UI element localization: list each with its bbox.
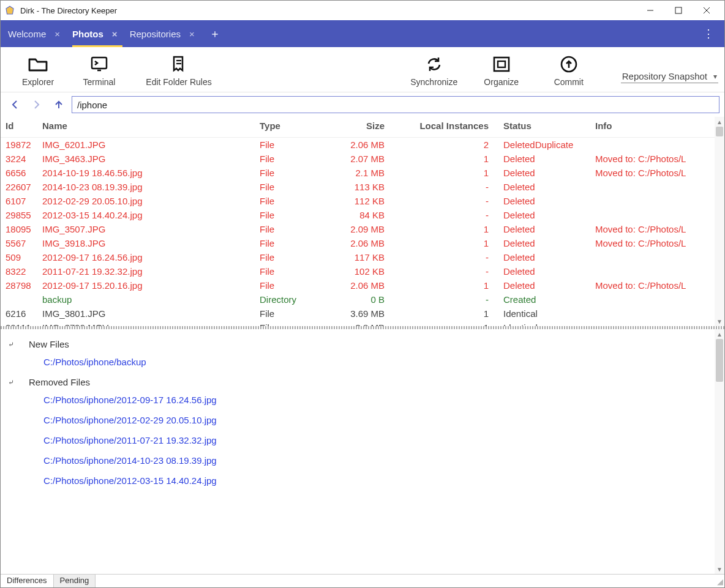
edit-rules-button[interactable]: Edit Folder Rules	[133, 54, 225, 87]
path-link[interactable]: C:/Photos/iphone/backup	[43, 357, 717, 367]
cell: -	[389, 180, 494, 194]
col-status[interactable]: Status	[494, 117, 585, 138]
cell	[585, 208, 724, 222]
add-tab-button[interactable]: ＋	[206, 26, 224, 41]
tab-welcome[interactable]: Welcome ×	[4, 20, 69, 47]
path-link[interactable]: C:/Photos/iphone/2011-07-21 19.32.32.jpg	[43, 435, 717, 445]
commit-button[interactable]: Commit	[535, 54, 603, 87]
path-link[interactable]: C:/Photos/iphone/2012-02-29 20.05.10.jpg	[43, 415, 717, 425]
synchronize-button[interactable]: Synchronize	[400, 54, 468, 87]
overflow-menu-button[interactable]: ⋮	[696, 27, 721, 40]
cell: File	[255, 138, 310, 152]
path-input[interactable]	[72, 96, 719, 113]
nav-up-button[interactable]	[50, 96, 68, 113]
cell: File	[255, 180, 310, 194]
table-row[interactable]: 19872IMG_6201.JPGFile2.06 MB2DeletedDupl…	[1, 138, 724, 152]
table-row[interactable]: 3224IMG_3463.JPGFile2.07 MB1DeletedMoved…	[1, 152, 724, 166]
path-link[interactable]: C:/Photos/iphone/2014-10-23 08.19.39.jpg	[43, 455, 717, 466]
window-controls	[636, 1, 721, 20]
scroll-thumb[interactable]	[716, 127, 723, 136]
cell: 509	[1, 250, 37, 264]
cell: File	[255, 278, 310, 292]
col-info[interactable]: Info	[585, 117, 724, 138]
cell: File	[255, 321, 310, 326]
cell: File	[255, 236, 310, 250]
svg-rect-4	[92, 58, 107, 69]
section-header[interactable]: ⤶New Files	[8, 339, 717, 349]
cell: Deleted	[494, 264, 585, 278]
collapse-icon: ⤶	[8, 340, 14, 349]
scroll-up-icon[interactable]: ▲	[715, 329, 724, 339]
col-type[interactable]: Type	[255, 117, 310, 138]
path-link[interactable]: C:/Photos/iphone/2012-03-15 14.40.24.jpg	[43, 475, 717, 486]
close-icon[interactable]: ×	[189, 29, 195, 39]
footer-tab-differences[interactable]: Differences	[1, 575, 54, 587]
cell	[585, 250, 724, 264]
cell: 117 KB	[310, 250, 389, 264]
cell: IMG_3463.JPG	[37, 152, 255, 166]
close-icon[interactable]: ×	[112, 29, 118, 39]
table-row[interactable]: 66562014-10-19 18.46.56.jpgFile2.1 MB1De…	[1, 166, 724, 180]
cell	[1, 292, 37, 307]
footer-tab-pending[interactable]: Pending	[54, 575, 96, 587]
terminal-button[interactable]: Terminal	[66, 54, 133, 87]
resize-grip-icon[interactable]: ◢	[713, 575, 724, 587]
cell: Moved to: C:/Photos/L	[585, 152, 724, 166]
explorer-button[interactable]: Explorer	[10, 54, 66, 87]
cell: 29855	[1, 208, 37, 222]
svg-rect-9	[498, 61, 505, 67]
table-row[interactable]: 5092012-09-17 16.24.56.jpgFile117 KB-Del…	[1, 250, 724, 264]
cell: IMG_3799.MOV	[37, 321, 255, 326]
nav-back-button[interactable]	[6, 96, 24, 113]
col-id[interactable]: Id	[1, 117, 37, 138]
table-row[interactable]: 61072012-02-29 20.05.10.jpgFile112 KB-De…	[1, 194, 724, 208]
scroll-down-icon[interactable]: ▼	[715, 564, 724, 574]
table-row[interactable]: 6216IMG_3801.JPGFile3.69 MB1Identical	[1, 307, 724, 321]
cell: Deleted	[494, 208, 585, 222]
col-name[interactable]: Name	[37, 117, 255, 138]
collapse-icon: ⤶	[8, 378, 14, 387]
col-local[interactable]: Local Instances	[389, 117, 494, 138]
tab-photos[interactable]: Photos ×	[69, 20, 126, 47]
col-size[interactable]: Size	[310, 117, 389, 138]
cell: IMG_3507.JPG	[37, 222, 255, 236]
table-row[interactable]: 20111IMG_3799.MOVFile3.8 MB1Identical	[1, 321, 724, 326]
commit-icon	[560, 54, 578, 75]
close-icon[interactable]: ×	[54, 29, 60, 39]
close-button[interactable]	[693, 1, 721, 20]
table-row[interactable]: 18095IMG_3507.JPGFile2.09 MB1DeletedMove…	[1, 222, 724, 236]
snapshot-label: Repository Snapshot	[622, 71, 707, 81]
window-title: Dirk - The Directory Keeper	[20, 6, 636, 15]
grid-scrollbar[interactable]: ▲ ▼	[715, 117, 724, 326]
cell	[585, 180, 724, 194]
tab-label: Repositories	[130, 29, 181, 39]
cell: File	[255, 208, 310, 222]
cell: 20111	[1, 321, 37, 326]
scroll-down-icon[interactable]: ▼	[715, 316, 724, 326]
table-row[interactable]: backupDirectory0 B-Created	[1, 292, 724, 307]
cell: 2012-02-29 20.05.10.jpg	[37, 194, 255, 208]
path-link[interactable]: C:/Photos/iphone/2012-09-17 16.24.56.jpg	[43, 395, 717, 405]
table-row[interactable]: 5567IMG_3918.JPGFile2.06 MB1DeletedMoved…	[1, 236, 724, 250]
cell: Moved to: C:/Photos/L	[585, 236, 724, 250]
table-row[interactable]: 226072014-10-23 08.19.39.jpgFile113 KB-D…	[1, 180, 724, 194]
tab-repositories[interactable]: Repositories ×	[126, 20, 203, 47]
organize-button[interactable]: Organize	[468, 54, 535, 87]
maximize-button[interactable]	[664, 1, 693, 20]
panel-scrollbar[interactable]: ▲ ▼	[715, 329, 724, 574]
cell: Identical	[494, 307, 585, 321]
sync-icon	[425, 54, 443, 75]
scroll-thumb[interactable]	[716, 339, 723, 382]
cell: 2.07 MB	[310, 152, 389, 166]
cell: 113 KB	[310, 180, 389, 194]
snapshot-dropdown[interactable]: Repository Snapshot ▾	[621, 69, 718, 83]
scroll-up-icon[interactable]: ▲	[715, 117, 724, 127]
cell: 2.1 MB	[310, 166, 389, 180]
cell: File	[255, 264, 310, 278]
section-header[interactable]: ⤶Removed Files	[8, 377, 717, 387]
table-row[interactable]: 287982012-09-17 15.20.16.jpgFile2.06 MB1…	[1, 278, 724, 292]
table-row[interactable]: 298552012-03-15 14.40.24.jpgFile84 KB-De…	[1, 208, 724, 222]
table-row[interactable]: 83222011-07-21 19.32.32.jpgFile102 KB-De…	[1, 264, 724, 278]
nav-forward-button[interactable]	[28, 96, 46, 113]
minimize-button[interactable]	[636, 1, 664, 20]
